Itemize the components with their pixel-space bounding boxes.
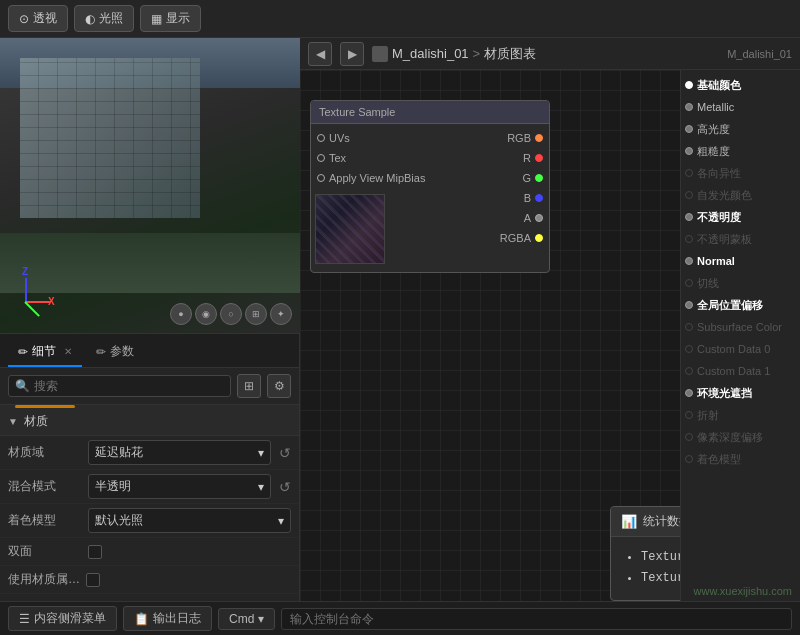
dropdown-arrow: ▾	[258, 446, 264, 460]
dropdown-arrow3: ▾	[278, 514, 284, 528]
nav-back-button[interactable]: ◀	[308, 42, 332, 66]
search-icon: 🔍	[15, 379, 30, 393]
content-sidebar-button[interactable]: ☰ 内容侧滑菜单	[8, 606, 117, 631]
vp-ctrl-settings[interactable]: ✦	[270, 303, 292, 325]
right-pin-dot	[685, 81, 693, 89]
breadcrumb-section[interactable]: 材质图表	[484, 45, 536, 63]
pin-uvs-dot	[317, 134, 325, 142]
right-pin-row[interactable]: 环境光遮挡	[681, 382, 800, 404]
lighting-icon: ◐	[85, 12, 95, 26]
top-toolbar: ⊙ 透视 ◐ 光照 ▦ 显示	[0, 0, 800, 38]
right-pin-row[interactable]: 粗糙度	[681, 140, 800, 162]
right-pin-row[interactable]: Custom Data 1	[681, 360, 800, 382]
two-sided-row: 双面	[0, 538, 299, 566]
right-pin-dot	[685, 367, 693, 375]
shading-model-label: 着色模型	[8, 512, 88, 529]
viewport[interactable]: Z X ● ◉ ○ ⊞ ✦	[0, 38, 300, 333]
right-pin-row[interactable]: 像素深度偏移	[681, 426, 800, 448]
section-material-header[interactable]: ▼ 材质	[0, 408, 299, 436]
right-pin-dot	[685, 279, 693, 287]
cmd-button[interactable]: Cmd ▾	[218, 608, 275, 630]
breadcrumb: M_dalishi_01 > 材质图表	[372, 45, 536, 63]
node-name-label: M_dalishi_01	[727, 48, 792, 60]
tab-params[interactable]: ✏ 参数	[86, 338, 144, 367]
vp-ctrl-options[interactable]: ⊞	[245, 303, 267, 325]
axis-widget: Z X	[10, 273, 60, 323]
right-pin-dot	[685, 433, 693, 441]
perspective-button[interactable]: ⊙ 透视	[8, 5, 68, 32]
shading-model-dropdown[interactable]: 默认光照 ▾	[88, 508, 291, 533]
axis-x	[25, 301, 50, 303]
sidebar-icon: ☰	[19, 612, 30, 626]
right-pin-label: 全局位置偏移	[697, 298, 763, 313]
pin-rgba-dot	[535, 234, 543, 242]
shading-model-text: 默认光照	[95, 512, 143, 529]
right-pin-dot	[685, 213, 693, 221]
axis-y	[24, 301, 40, 317]
right-pin-label: 自发光颜色	[697, 188, 752, 203]
pin-rgb-out: RGB	[494, 128, 549, 148]
axis-x-label: X	[48, 296, 55, 307]
right-pin-label: 折射	[697, 408, 719, 423]
pin-g-label: G	[522, 172, 531, 184]
right-pin-label: Custom Data 1	[697, 365, 770, 377]
right-pin-row[interactable]: 折射	[681, 404, 800, 426]
right-pin-label: 不透明蒙板	[697, 232, 752, 247]
node-inputs: UVs Tex Apply View MipBias	[311, 124, 494, 272]
right-pin-row[interactable]: 切线	[681, 272, 800, 294]
right-pin-dot	[685, 147, 693, 155]
right-pin-row[interactable]: Metallic	[681, 96, 800, 118]
right-pin-row[interactable]: 高光度	[681, 118, 800, 140]
pin-rgba-label: RGBA	[500, 232, 531, 244]
right-pin-row[interactable]: Custom Data 0	[681, 338, 800, 360]
console-input[interactable]	[281, 608, 792, 630]
right-pin-row[interactable]: 基础颜色	[681, 74, 800, 96]
texture-sample-node: Texture Sample UVs Tex Apply	[310, 100, 550, 273]
grid-view-button[interactable]: ⊞	[237, 374, 261, 398]
right-pin-row[interactable]: 不透明蒙板	[681, 228, 800, 250]
tab-detail-close[interactable]: ✕	[64, 346, 72, 357]
lighting-button[interactable]: ◐ 光照	[74, 5, 134, 32]
right-pin-label: 不透明度	[697, 210, 741, 225]
vp-ctrl-sphere2[interactable]: ◉	[195, 303, 217, 325]
nav-forward-button[interactable]: ▶	[340, 42, 364, 66]
use-material-attr-checkbox[interactable]	[86, 573, 100, 587]
axis-z	[25, 278, 27, 303]
display-button[interactable]: ▦ 显示	[140, 5, 201, 32]
material-domain-reset[interactable]: ↺	[279, 445, 291, 461]
right-pin-dot	[685, 257, 693, 265]
blend-mode-dropdown[interactable]: 半透明 ▾	[88, 474, 271, 499]
params-icon: ✏	[96, 345, 106, 359]
node-title: Texture Sample	[311, 101, 549, 124]
pin-r-out: R	[494, 148, 549, 168]
vp-ctrl-sphere3[interactable]: ○	[220, 303, 242, 325]
right-pin-row[interactable]: 各向异性	[681, 162, 800, 184]
right-pin-label: 各向异性	[697, 166, 741, 181]
use-material-attr-row: 使用材质属…	[0, 566, 299, 594]
lighting-label: 光照	[99, 10, 123, 27]
vp-ctrl-sphere1[interactable]: ●	[170, 303, 192, 325]
output-log-button[interactable]: 📋 输出日志	[123, 606, 212, 631]
right-pin-dot	[685, 235, 693, 243]
blend-mode-reset[interactable]: ↺	[279, 479, 291, 495]
right-pin-label: Subsurface Color	[697, 321, 782, 333]
right-pin-row[interactable]: 全局位置偏移	[681, 294, 800, 316]
main-area: Z X ● ◉ ○ ⊞ ✦ ✏ 细节 ✕ ✏ 参	[0, 38, 800, 601]
right-pin-row[interactable]: Normal	[681, 250, 800, 272]
breadcrumb-material[interactable]: M_dalishi_01	[392, 46, 469, 61]
right-pin-row[interactable]: 不透明度	[681, 206, 800, 228]
material-domain-dropdown[interactable]: 延迟贴花 ▾	[88, 440, 271, 465]
settings-button[interactable]: ⚙	[267, 374, 291, 398]
search-bar: 🔍 ⊞ ⚙	[0, 368, 299, 405]
tab-detail[interactable]: ✏ 细节 ✕	[8, 338, 82, 367]
pin-a-dot	[535, 214, 543, 222]
right-pin-label: Normal	[697, 255, 735, 267]
tab-detail-label: 细节	[32, 343, 56, 360]
right-pin-row[interactable]: Subsurface Color	[681, 316, 800, 338]
blend-mode-text: 半透明	[95, 478, 131, 495]
right-pin-row[interactable]: 着色模型	[681, 448, 800, 470]
two-sided-checkbox[interactable]	[88, 545, 102, 559]
right-pin-row[interactable]: 自发光颜色	[681, 184, 800, 206]
material-domain-text: 延迟贴花	[95, 444, 143, 461]
search-input[interactable]	[34, 379, 224, 393]
